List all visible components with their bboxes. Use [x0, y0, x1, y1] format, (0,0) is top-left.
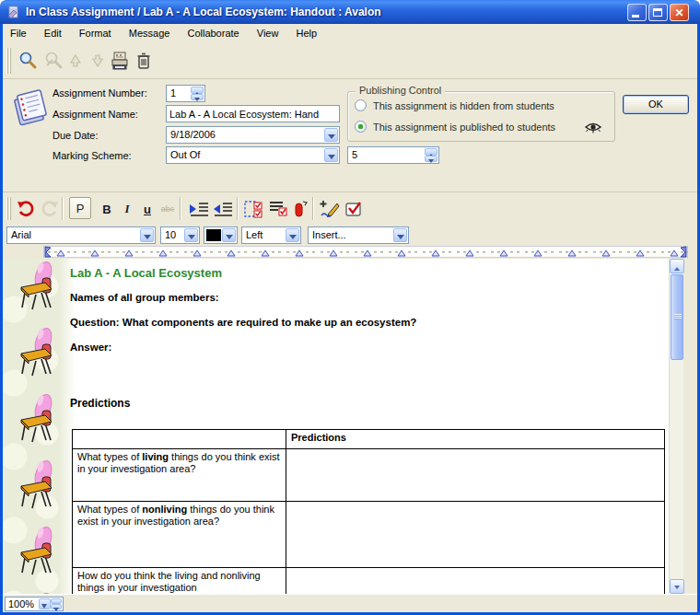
radio-published-to-students[interactable] — [355, 121, 367, 133]
indent-decrease-button[interactable] — [211, 197, 235, 221]
marking-scheme-select[interactable]: Out Of — [166, 146, 340, 164]
minimize-button[interactable] — [627, 4, 647, 21]
move-up-button-disabled[interactable] — [64, 49, 88, 73]
align-select[interactable]: Left — [241, 226, 301, 244]
spin-down-icon[interactable] — [191, 94, 204, 101]
radio-published-label[interactable]: This assignment is published to students — [373, 122, 555, 133]
list-checkboxes-button[interactable] — [266, 197, 290, 221]
question-cell: What types of living things do you think… — [73, 449, 286, 502]
maximize-button[interactable] — [648, 4, 668, 21]
font-value: Arial — [11, 229, 138, 240]
chevron-down-icon[interactable] — [184, 228, 198, 242]
annotate-button[interactable] — [318, 197, 342, 221]
print-button[interactable] — [108, 49, 132, 73]
title-bar: In Class Assignment / Lab A - A Local Ec… — [0, 0, 700, 24]
font-color-select[interactable] — [204, 226, 238, 244]
chevron-down-icon[interactable] — [286, 228, 299, 242]
font-select[interactable]: Arial — [6, 226, 156, 244]
chevron-down-icon[interactable] — [324, 148, 338, 162]
trash-icon — [134, 51, 153, 71]
assignment-icon — [11, 87, 48, 128]
answer-cell[interactable] — [286, 502, 665, 568]
spin-down-icon[interactable] — [425, 156, 438, 163]
review-button[interactable] — [342, 197, 366, 221]
table-row: What types of nonliving things do you th… — [73, 502, 665, 568]
edit-button-disabled[interactable] — [41, 49, 65, 73]
chevron-down-icon[interactable] — [222, 228, 236, 242]
menu-item-view[interactable]: View — [250, 24, 286, 43]
delete-button[interactable] — [132, 49, 156, 73]
insert-select[interactable]: Insert... — [308, 226, 409, 244]
spin-down-icon[interactable] — [51, 604, 62, 609]
font-size-select[interactable]: 10 — [160, 226, 200, 244]
paragraph-toggle[interactable]: P — [69, 197, 91, 219]
desk-clipart — [18, 273, 56, 313]
zoom-select[interactable]: 100% — [5, 597, 64, 611]
move-down-button-disabled[interactable] — [86, 49, 110, 73]
scrollbar-thumb[interactable] — [671, 274, 683, 360]
eye-icon — [584, 121, 602, 133]
redo-icon — [41, 200, 59, 218]
spin-up-icon[interactable] — [191, 87, 204, 94]
search-button[interactable] — [16, 49, 40, 73]
assignment-number-spinner[interactable] — [191, 87, 204, 100]
window-border-left — [0, 24, 3, 615]
document-editor-body[interactable]: Lab A - A Local Ecosystem Names of all g… — [3, 259, 669, 594]
red-marker-icon — [292, 200, 309, 218]
spin-up-icon[interactable] — [425, 148, 438, 156]
window-title: In Class Assignment / Lab A - A Local Ec… — [26, 0, 381, 24]
doc-title: Lab A - A Local Ecosystem — [70, 266, 222, 280]
marking-value-spinner[interactable] — [425, 148, 438, 162]
ok-button[interactable]: OK — [623, 95, 689, 114]
chevron-down-icon[interactable] — [39, 598, 51, 609]
status-bar: 100% — [3, 594, 697, 612]
vertical-scrollbar[interactable] — [669, 259, 683, 594]
chevron-down-icon[interactable] — [324, 128, 338, 142]
assignment-name-input[interactable] — [166, 105, 340, 122]
desk-clipart — [18, 471, 56, 512]
redo-button-disabled[interactable] — [38, 197, 62, 221]
radio-hidden-label[interactable]: This assignment is hidden from students — [373, 100, 554, 111]
menu-item-file[interactable]: File — [3, 24, 34, 43]
answer-cell[interactable] — [286, 449, 665, 502]
close-button[interactable]: ✕ — [670, 4, 689, 21]
scroll-up-button[interactable] — [670, 259, 684, 273]
toolbar-grip[interactable] — [6, 48, 11, 74]
chevron-down-icon[interactable] — [140, 228, 154, 242]
menu-item-collaborate[interactable]: Collaborate — [180, 24, 246, 43]
ruler[interactable] — [43, 246, 688, 258]
marking-scheme-value: Out Of — [170, 149, 322, 160]
main-toolbar — [3, 43, 697, 79]
indent-increase-icon — [189, 202, 209, 216]
menu-item-help[interactable]: Help — [288, 24, 324, 43]
table-row: What types of living things do you think… — [73, 449, 665, 502]
paragraph-label: P — [76, 202, 85, 215]
select-components-button[interactable] — [242, 197, 266, 221]
marking-value-stepper[interactable]: 5 — [347, 146, 439, 164]
question-bold-word: living — [142, 451, 169, 462]
down-arrow-icon — [89, 52, 106, 69]
insert-field-button[interactable] — [288, 197, 312, 221]
application-window: In Class Assignment / Lab A - A Local Ec… — [0, 0, 700, 615]
toolbar-grip[interactable] — [6, 197, 11, 220]
close-icon: ✕ — [671, 5, 688, 20]
indent-increase-button[interactable] — [187, 197, 211, 221]
menu-item-format[interactable]: Format — [72, 24, 119, 43]
answer-cell[interactable] — [286, 568, 665, 595]
assignment-number-label: Assignment Number: — [52, 87, 147, 99]
due-date-label: Due Date: — [52, 130, 99, 141]
due-date-select[interactable]: 9/18/2006 — [166, 126, 340, 144]
maximize-icon — [653, 8, 662, 17]
scroll-down-button[interactable] — [670, 579, 684, 594]
question-bold-word: nonliving — [142, 504, 187, 515]
assignment-number-stepper[interactable]: 1 — [166, 85, 205, 102]
strikethrough-button-disabled[interactable]: abc — [156, 197, 180, 221]
undo-button[interactable] — [14, 197, 38, 221]
menu-item-message[interactable]: Message — [122, 24, 178, 43]
radio-hidden-from-students[interactable] — [355, 99, 367, 111]
header-cell-predictions: Predictions — [286, 430, 665, 449]
chevron-down-icon[interactable] — [393, 228, 407, 242]
menu-item-edit[interactable]: Edit — [37, 24, 69, 43]
doc-answer-line: Answer: — [70, 342, 111, 353]
zoom-spinner[interactable] — [51, 598, 62, 609]
